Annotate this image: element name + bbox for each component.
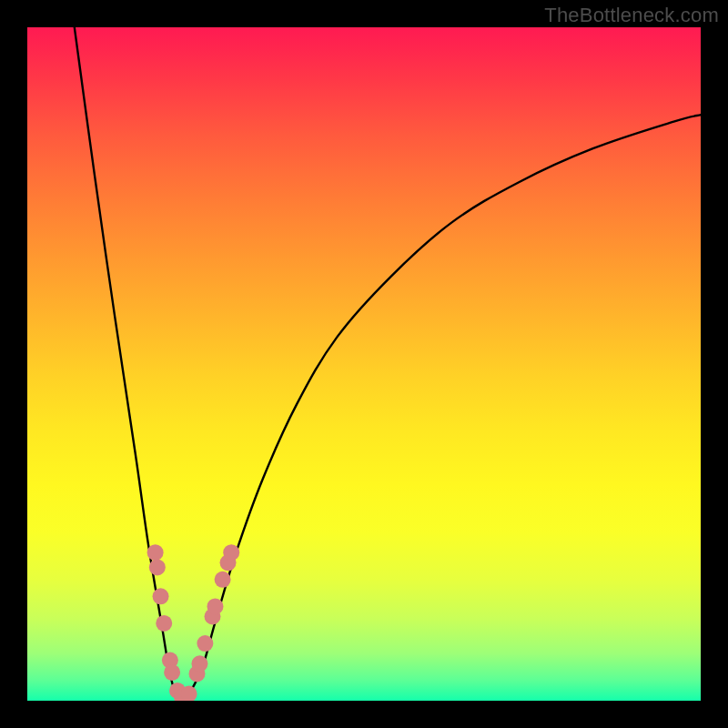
bottleneck-curve [75,27,701,701]
data-marker [156,615,172,632]
data-marker [197,635,213,652]
chart-svg [27,27,701,701]
data-marker [147,544,164,561]
data-marker [223,544,239,561]
data-marker [191,655,207,672]
plot-area [27,27,701,701]
data-marker [153,588,169,604]
data-marker [164,664,180,681]
data-marker [149,559,166,575]
data-markers [147,544,240,701]
watermark-label: TheBottleneck.com [544,4,719,27]
chart-frame: TheBottleneck.com [0,0,728,728]
data-marker [207,598,223,614]
data-marker [215,571,231,588]
